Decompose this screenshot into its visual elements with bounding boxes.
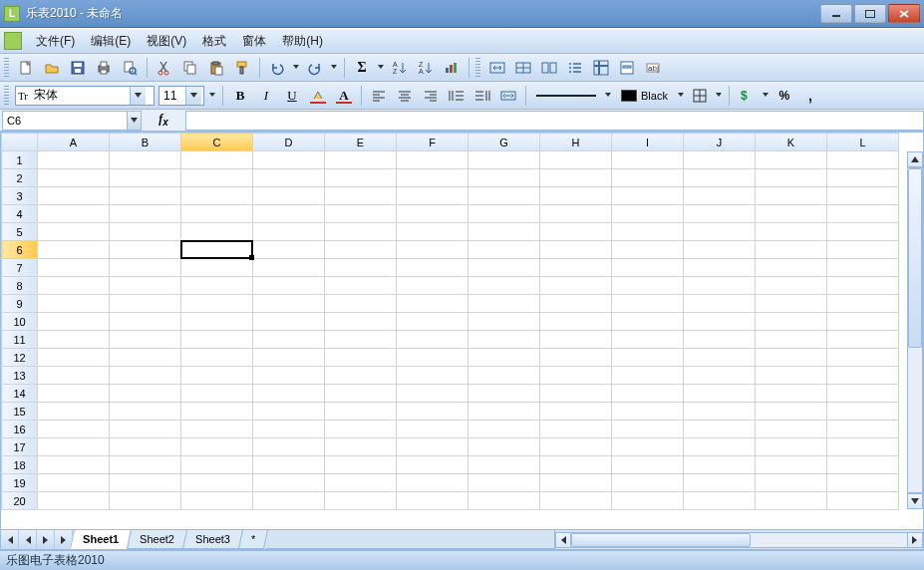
cell[interactable]	[540, 438, 612, 456]
cell[interactable]	[253, 403, 325, 421]
cell[interactable]	[38, 367, 110, 385]
cell[interactable]	[253, 223, 325, 241]
cell[interactable]	[612, 277, 684, 295]
cell[interactable]	[325, 295, 397, 313]
cell[interactable]	[397, 492, 468, 510]
close-button[interactable]	[888, 4, 920, 23]
redo-button[interactable]	[304, 57, 326, 79]
cell[interactable]	[684, 438, 756, 456]
col-header-H[interactable]: H	[540, 134, 612, 151]
row-header-5[interactable]: 5	[2, 223, 38, 241]
cell[interactable]	[612, 313, 684, 331]
cell[interactable]	[110, 187, 181, 205]
row-header-3[interactable]: 3	[2, 187, 38, 205]
col-header-K[interactable]: K	[756, 134, 827, 151]
vscroll-thumb[interactable]	[908, 168, 922, 348]
cell[interactable]	[540, 385, 612, 403]
cell[interactable]	[468, 385, 540, 403]
cell[interactable]	[684, 456, 756, 474]
row-header-1[interactable]: 1	[2, 151, 38, 169]
scroll-right-button[interactable]	[907, 532, 923, 548]
cell[interactable]	[540, 367, 612, 385]
cell[interactable]	[325, 456, 397, 474]
col-header-C[interactable]: C	[181, 134, 253, 151]
toolbar-grip-3[interactable]	[4, 86, 9, 106]
fill-color-dropdown[interactable]	[677, 93, 685, 99]
cell[interactable]	[612, 367, 684, 385]
name-box-input[interactable]	[3, 115, 127, 127]
autosum-button[interactable]: Σ	[351, 57, 373, 79]
font-size-input[interactable]	[159, 87, 185, 105]
cell[interactable]	[181, 187, 253, 205]
cell[interactable]	[253, 187, 325, 205]
cell[interactable]	[468, 313, 540, 331]
cell[interactable]	[325, 403, 397, 421]
cell[interactable]	[38, 456, 110, 474]
cell[interactable]	[110, 205, 181, 223]
font-name-dropdown[interactable]	[130, 87, 146, 105]
cell[interactable]	[38, 349, 110, 367]
cell[interactable]	[612, 331, 684, 349]
cell[interactable]	[756, 438, 827, 456]
cell[interactable]	[325, 169, 397, 187]
cell[interactable]	[253, 295, 325, 313]
row-header-11[interactable]: 11	[2, 331, 38, 349]
cell[interactable]	[38, 259, 110, 277]
cell[interactable]	[612, 223, 684, 241]
name-box[interactable]	[2, 111, 142, 131]
row-header-16[interactable]: 16	[2, 421, 38, 438]
cell[interactable]	[397, 331, 468, 349]
row-header-14[interactable]: 14	[2, 385, 38, 403]
font-size-more[interactable]	[208, 93, 216, 99]
cell[interactable]	[540, 169, 612, 187]
cell[interactable]	[468, 277, 540, 295]
tab-nav-prev[interactable]	[19, 530, 37, 549]
cell[interactable]	[468, 241, 540, 259]
horizontal-scrollbar[interactable]	[554, 530, 923, 549]
sheet-tab-2[interactable]: Sheet2	[127, 530, 187, 549]
select-all-corner[interactable]	[2, 134, 38, 151]
font-name-combo[interactable]: Tr	[15, 86, 154, 106]
cell[interactable]	[540, 456, 612, 474]
cell[interactable]	[540, 492, 612, 510]
cell[interactable]	[181, 259, 253, 277]
cell[interactable]	[827, 367, 899, 385]
cell[interactable]	[756, 421, 827, 438]
cell[interactable]	[827, 295, 899, 313]
cell[interactable]	[181, 421, 253, 438]
vscroll-track[interactable]	[907, 167, 923, 493]
cell[interactable]	[38, 438, 110, 456]
cell[interactable]	[253, 205, 325, 223]
cell[interactable]	[253, 367, 325, 385]
cell[interactable]	[325, 331, 397, 349]
line-style-button[interactable]	[532, 85, 600, 107]
cell[interactable]	[253, 313, 325, 331]
cell[interactable]	[181, 313, 253, 331]
cell[interactable]	[110, 277, 181, 295]
cell[interactable]	[38, 474, 110, 492]
cell[interactable]	[38, 277, 110, 295]
cell[interactable]	[540, 277, 612, 295]
merge-across-button[interactable]	[486, 57, 508, 79]
cell[interactable]	[756, 474, 827, 492]
currency-dropdown[interactable]	[762, 93, 770, 99]
cell[interactable]	[110, 492, 181, 510]
menu-edit[interactable]: 编辑(E)	[83, 30, 139, 53]
menu-window[interactable]: 窗体	[234, 30, 274, 53]
cell[interactable]	[468, 151, 540, 169]
align-center-button[interactable]	[394, 85, 416, 107]
comma-button[interactable]: ,	[799, 85, 821, 107]
grid[interactable]: ABCDEFGHIJKL1234567891011121314151617181…	[1, 133, 923, 529]
cell[interactable]	[756, 492, 827, 510]
col-header-I[interactable]: I	[612, 134, 684, 151]
cell[interactable]	[325, 241, 397, 259]
row-header-20[interactable]: 20	[2, 492, 38, 510]
cell[interactable]	[468, 295, 540, 313]
cell[interactable]	[181, 349, 253, 367]
row-header-7[interactable]: 7	[2, 259, 38, 277]
cell[interactable]	[684, 205, 756, 223]
cell[interactable]	[397, 349, 468, 367]
cell[interactable]	[540, 349, 612, 367]
cell[interactable]	[253, 421, 325, 438]
cell[interactable]	[540, 205, 612, 223]
